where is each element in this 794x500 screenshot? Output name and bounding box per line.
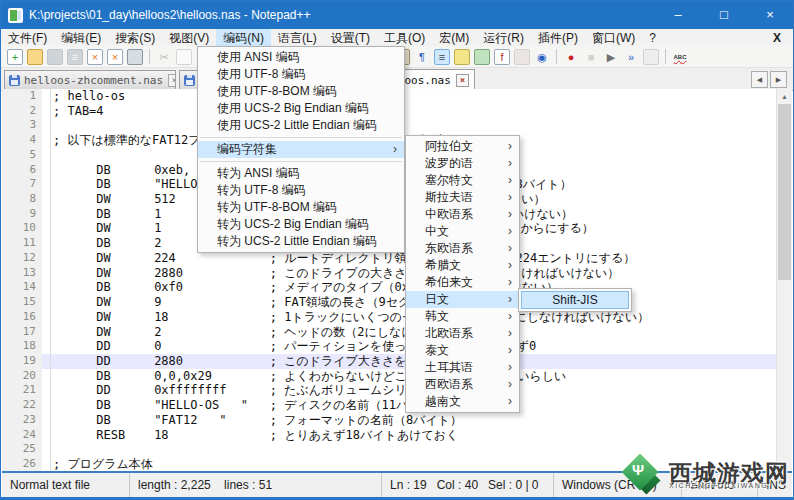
menubar-item[interactable]: 文件(F) <box>1 29 54 46</box>
editor-line[interactable]: 21 DD 0xffffffff ; たぶんボリュームシリアル番号 <box>2 383 792 398</box>
menubar-item[interactable]: ? <box>642 29 663 46</box>
menubar-item[interactable]: 搜索(S) <box>108 29 162 46</box>
editor-line[interactable]: 19 DD 2880 ; このドライブ大きさをもう一度書く <box>2 354 792 369</box>
bookmark-margin <box>42 266 51 281</box>
tab-helloos-zhcomment.nas[interactable]: helloos-zhcomment.nas× <box>4 70 176 90</box>
indent-guide-icon[interactable]: ≡ <box>434 49 450 65</box>
editor-line[interactable]: 22 DB "HELLO-OS " ; ディスクの名前（11バイト） <box>2 398 792 413</box>
close-button[interactable]: × <box>747 1 793 29</box>
menubar-item[interactable]: 设置(T) <box>324 29 377 46</box>
bookmark-margin <box>42 369 51 384</box>
document-map-icon[interactable] <box>474 49 490 65</box>
menu-item[interactable]: 越南文› <box>406 393 519 410</box>
menu-item[interactable]: 转为 UTF-8 编码 <box>198 182 404 199</box>
menu-item[interactable]: 土耳其语› <box>406 359 519 376</box>
bookmark-margin <box>42 413 51 428</box>
menu-item[interactable]: 斯拉夫语› <box>406 189 519 206</box>
menu-item[interactable]: 使用 UCS-2 Little Endian 编码 <box>198 117 404 134</box>
minimize-button[interactable]: – <box>655 1 701 29</box>
editor-line[interactable]: 20 DB 0,0,0x29 ; よくわからないけどこの値にしておくといいらしい <box>2 369 792 384</box>
play-macro-icon[interactable]: ▶ <box>603 49 619 65</box>
record-macro-icon[interactable]: ● <box>563 49 579 65</box>
editor-line[interactable]: 15 DW 9 ; FAT領域の長さ（9セクタにしなければいけない） <box>2 295 792 310</box>
print-icon[interactable] <box>127 49 143 65</box>
document-close-x[interactable]: X <box>767 29 793 46</box>
run-macro-multiple-icon[interactable]: » <box>623 49 639 65</box>
menu-item[interactable]: 转为 ANSI 编码 <box>198 165 404 182</box>
editor-line[interactable]: 16 DW 18 ; 1トラックにいくつのセクタがあるか（18にしなければいけな… <box>2 310 792 325</box>
menu-item[interactable]: 日文› <box>406 291 519 308</box>
menubar-item[interactable]: 视图(V) <box>162 29 216 46</box>
menubar-item[interactable]: 插件(P) <box>531 29 585 46</box>
vertical-scrollbar[interactable]: ▲ ▼ <box>776 89 792 471</box>
menu-item[interactable]: 中文› <box>406 223 519 240</box>
scroll-up-icon[interactable]: ▲ <box>777 89 792 104</box>
menubar-item[interactable]: 编码(N) <box>216 29 271 46</box>
tab-scroll-right-icon[interactable]: ▶ <box>770 71 787 88</box>
bookmark-margin <box>42 104 51 119</box>
menubar-item[interactable]: 宏(M) <box>432 29 476 46</box>
menu-item[interactable]: 转为 UTF-8-BOM 编码 <box>198 199 404 216</box>
menu-item[interactable]: 西欧语系› <box>406 376 519 393</box>
new-file-icon[interactable]: + <box>7 49 23 65</box>
cut-icon[interactable]: ✂ <box>156 49 172 65</box>
status-caret-position: Ln : 19 Col : 40 Sel : 0 | 0 <box>382 473 554 497</box>
editor-line[interactable]: 23 DB "FAT12 " ; フォーマットの名前（8バイト） <box>2 413 792 428</box>
open-file-icon[interactable] <box>27 49 43 65</box>
tab-scroll-left-icon[interactable]: ◀ <box>751 71 768 88</box>
menu-item[interactable]: 使用 UTF-8 编码 <box>198 66 404 83</box>
bookmark-margin <box>42 118 51 133</box>
monitoring-icon[interactable]: ◉ <box>534 49 550 65</box>
menu-item[interactable]: 东欧语系› <box>406 240 519 257</box>
save-macro-icon[interactable] <box>643 49 659 65</box>
menu-item[interactable]: 希伯来文› <box>406 274 519 291</box>
menubar-item[interactable]: 语言(L) <box>271 29 324 46</box>
tab-close-icon[interactable]: × <box>168 74 176 87</box>
menubar-item[interactable]: 工具(O) <box>377 29 432 46</box>
user-lang-icon[interactable] <box>454 49 470 65</box>
scrollbar-thumb[interactable] <box>778 104 791 280</box>
menu-item[interactable]: 希腊文› <box>406 257 519 274</box>
bookmark-margin <box>42 457 51 471</box>
close-all-icon[interactable]: × <box>107 49 123 65</box>
menu-item[interactable]: 中欧语系› <box>406 206 519 223</box>
menu-item[interactable]: 转为 UCS-2 Little Endian 编码 <box>198 233 404 250</box>
function-list-icon[interactable]: f <box>494 49 510 65</box>
editor-line[interactable]: 24 RESB 18 ; とりあえず18バイトあけておく <box>2 428 792 443</box>
tab-close-icon[interactable]: × <box>456 74 469 87</box>
show-all-chars-icon[interactable]: ¶ <box>414 49 430 65</box>
doc-switcher-icon[interactable] <box>514 49 530 65</box>
editor-line[interactable]: 17 DW 2 ; ヘッドの数（2にしなければいけない） <box>2 325 792 340</box>
menu-item[interactable]: 北欧语系› <box>406 325 519 342</box>
maximize-button[interactable]: □ <box>701 1 747 29</box>
menu-item[interactable]: 编码字符集› <box>198 141 404 158</box>
menubar-item[interactable]: 编辑(E) <box>54 29 108 46</box>
editor-line[interactable]: 12 DW 224 ; ルートディレクトリ領域の大きさ（普通は224エントリにす… <box>2 251 792 266</box>
menu-item[interactable]: 阿拉伯文› <box>406 138 519 155</box>
menu-item[interactable]: 泰文› <box>406 342 519 359</box>
menu-item[interactable]: Shift-JIS <box>521 291 629 309</box>
menu-item[interactable]: 转为 UCS-2 Big Endian 编码 <box>198 216 404 233</box>
save-icon[interactable] <box>47 49 63 65</box>
editor-line[interactable]: 14 DB 0xf0 ; メディアのタイプ（0xf0にしなければいけない） <box>2 280 792 295</box>
menu-item[interactable]: 使用 UCS-2 Big Endian 编码 <box>198 100 404 117</box>
spell-check-icon[interactable]: ABC <box>672 49 688 65</box>
menu-item[interactable]: 使用 UTF-8-BOM 编码 <box>198 83 404 100</box>
close-icon[interactable]: × <box>87 49 103 65</box>
editor-line[interactable]: 13 DW 2880 ; このドライブの大きさ（2880セクタにしなければいけな… <box>2 266 792 281</box>
menubar-item[interactable]: 窗口(W) <box>585 29 642 46</box>
menu-item[interactable]: 韩文› <box>406 308 519 325</box>
editor-line[interactable]: 18 DD 0 ; パーティションを使ってないのでここは必ず0 <box>2 339 792 354</box>
copy-icon[interactable] <box>176 49 192 65</box>
menu-item[interactable]: 使用 ANSI 编码 <box>198 49 404 66</box>
bookmark-margin <box>42 192 51 207</box>
bookmark-margin <box>42 207 51 222</box>
save-all-icon[interactable]: ≡ <box>67 49 83 65</box>
stop-macro-icon[interactable]: ■ <box>583 49 599 65</box>
bookmark-margin <box>42 280 51 295</box>
menu-item[interactable]: 塞尔特文› <box>406 172 519 189</box>
menubar-item[interactable]: 运行(R) <box>476 29 531 46</box>
menu-item[interactable]: 波罗的语› <box>406 155 519 172</box>
submenu-arrow-icon: › <box>508 274 512 291</box>
code-text: DB "FAT12 " ; フォーマットの名前（8バイト） <box>51 413 792 428</box>
